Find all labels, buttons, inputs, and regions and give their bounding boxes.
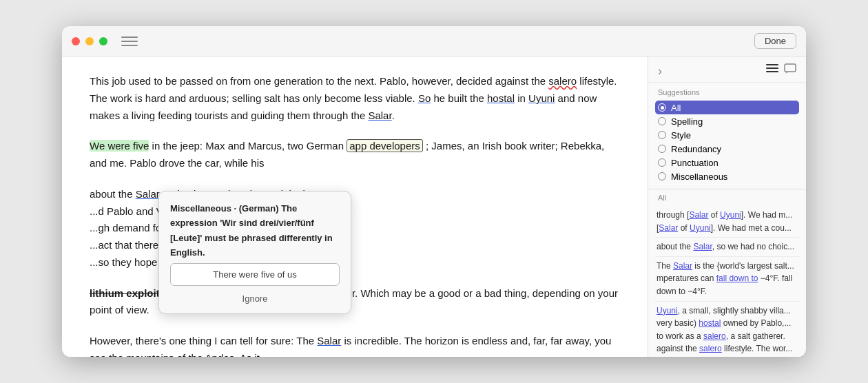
hostal-result-4[interactable]: hostal: [699, 318, 721, 328]
filter-all-label: All: [671, 103, 681, 113]
main-editor[interactable]: This job used to be passed on from one g…: [62, 56, 648, 357]
close-button[interactable]: [72, 37, 80, 45]
maximize-button[interactable]: [99, 37, 107, 45]
sidebar-back-button[interactable]: ›: [658, 65, 662, 77]
titlebar: Done: [62, 26, 806, 56]
filter-redundancy-label: Redundancy: [671, 144, 721, 154]
tooltip-title: Miscellaneous · (German) The expression …: [170, 201, 340, 260]
hostal-link: hostal: [487, 92, 515, 104]
salar-result-1b[interactable]: Salar: [659, 223, 678, 233]
content-area: This job used to be passed on from one g…: [62, 56, 806, 357]
done-button[interactable]: Done: [754, 33, 796, 49]
paragraph-2: We were five in the jeep: Max and Marcus…: [90, 138, 620, 172]
list-view-button[interactable]: [766, 63, 778, 78]
paragraph-1: This job used to be passed on from one g…: [90, 73, 620, 124]
uyuni-result-4[interactable]: Uyuni: [657, 306, 678, 315]
salero-spelling: salero: [548, 75, 577, 87]
salero-result-4b[interactable]: salero: [699, 344, 722, 353]
salar-result-2[interactable]: Salar: [693, 242, 712, 251]
filter-all-radio: [658, 103, 666, 112]
results-list[interactable]: through [Salar of Uyuni]. We had m... [S…: [648, 203, 806, 357]
filter-punctuation-radio: [658, 158, 666, 167]
main-window: Done This job used to be passed on from …: [62, 26, 806, 357]
filter-style[interactable]: Style: [655, 128, 799, 142]
so-link: So: [418, 92, 431, 104]
suggestions-label: Suggestions: [648, 83, 806, 99]
paragraph-5: However, there's one thing I can tell fo…: [90, 333, 620, 357]
filter-spelling-label: Spelling: [671, 116, 703, 127]
tooltip-misc-label: Miscellaneous: [170, 203, 231, 214]
salar-result-3[interactable]: Salar: [673, 261, 692, 271]
filter-redundancy[interactable]: Redundancy: [655, 142, 799, 156]
salar-link: Salar: [368, 110, 391, 121]
filter-spelling[interactable]: Spelling: [655, 114, 799, 128]
result-item-3[interactable]: The Salar is the {world's largest salt..…: [655, 257, 799, 302]
filter-all[interactable]: All: [655, 101, 799, 114]
salero-result-4a[interactable]: salero: [703, 331, 726, 341]
uyuni-result-1b[interactable]: Uyuni: [690, 223, 711, 233]
sidebar-top: ›: [648, 56, 806, 83]
filter-miscellaneous[interactable]: Miscellaneous: [655, 169, 799, 183]
tooltip-language: · (German): [234, 203, 279, 214]
toolbar-icons: [121, 35, 138, 48]
uyuni-result-1[interactable]: Uyuni: [720, 210, 741, 220]
fall-result-3[interactable]: fall down to: [716, 273, 758, 283]
salar-p3: Salar: [136, 188, 160, 200]
were-five-highlight: We were five: [90, 140, 149, 152]
sidebar: ›: [648, 56, 806, 357]
tooltip-ignore-button[interactable]: Ignore: [170, 291, 340, 306]
filter-miscellaneous-radio: [658, 172, 666, 180]
tooltip-suggestion-button[interactable]: There were five of us: [170, 263, 340, 286]
filter-list: All Spelling Style Redundancy Punctuatio…: [648, 99, 806, 189]
filter-miscellaneous-label: Miscellaneous: [671, 172, 727, 182]
filter-style-label: Style: [671, 130, 691, 141]
tooltip-popup: Miscellaneous · (German) The expression …: [158, 191, 351, 314]
sidebar-view-icons: [766, 63, 796, 78]
filter-style-radio: [658, 131, 666, 139]
svg-rect-3: [785, 64, 796, 72]
all-results-label: All: [648, 189, 806, 203]
sidebar-toggle-icon[interactable]: [121, 35, 138, 48]
filter-punctuation[interactable]: Punctuation: [655, 156, 799, 169]
svg-rect-0: [766, 64, 778, 65]
filter-redundancy-radio: [658, 145, 666, 153]
filter-spelling-radio: [658, 117, 666, 125]
result-item-4[interactable]: Uyuni, a small, slightly shabby villa...…: [655, 302, 799, 357]
result-item-1[interactable]: through [Salar of Uyuni]. We had m... [S…: [655, 206, 799, 238]
salar-result-1[interactable]: Salar: [689, 210, 708, 220]
minimize-button[interactable]: [85, 37, 94, 45]
svg-rect-1: [766, 68, 778, 69]
result-item-2[interactable]: about the Salar, so we had no choic...: [655, 238, 799, 257]
app-developers-box: app developers: [347, 139, 423, 152]
svg-rect-2: [766, 71, 778, 72]
filter-punctuation-label: Punctuation: [671, 158, 719, 168]
comment-view-button[interactable]: [784, 63, 796, 78]
uyuni-link: Uyuni: [528, 92, 555, 104]
salar-p5: Salar: [317, 335, 341, 346]
